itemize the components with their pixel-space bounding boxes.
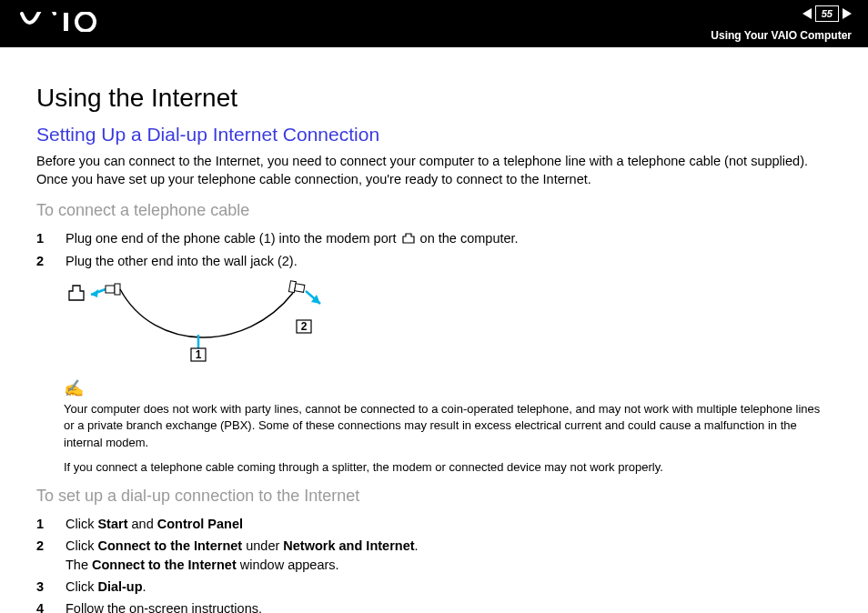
header-subtitle: Using Your VAIO Computer <box>711 29 852 42</box>
note-block: ✍ Your computer does not work with party… <box>36 378 832 476</box>
note-icon: ✍ <box>64 378 832 398</box>
step-item: Plug one end of the phone cable (1) into… <box>36 229 832 248</box>
page-navigation: 55 <box>802 5 852 22</box>
arrow-left-icon <box>802 8 812 19</box>
svg-text:2: 2 <box>301 320 308 333</box>
step-item: Plug the other end into the wall jack (2… <box>36 252 832 270</box>
modem-port-icon <box>402 230 415 248</box>
page-content: Using the Internet Setting Up a Dial-up … <box>0 47 868 613</box>
note-text-1: Your computer does not work with party l… <box>64 402 820 449</box>
header-bar: 55 Using Your VAIO Computer <box>0 0 868 47</box>
steps-connect-cable: Plug one end of the phone cable (1) into… <box>36 229 832 271</box>
cable-diagram: 1 2 <box>64 280 832 366</box>
intro-paragraph: Before you can connect to the Internet, … <box>36 153 832 188</box>
svg-point-1 <box>76 13 95 31</box>
step-item: Follow the on-screen instructions. <box>36 599 832 613</box>
svg-rect-9 <box>295 283 305 292</box>
vaio-logo <box>20 12 120 35</box>
arrow-right-icon <box>843 8 852 19</box>
section-heading: Setting Up a Dial-up Internet Connection <box>36 124 832 146</box>
step-item: Click Connect to the Internet under Netw… <box>36 537 832 574</box>
steps-setup-dialup: Click Start and Control Panel Click Conn… <box>36 515 832 613</box>
svg-text:1: 1 <box>196 348 202 361</box>
subheading-connect-cable: To connect a telephone cable <box>36 201 832 220</box>
step-item: Click Start and Control Panel <box>36 515 832 533</box>
svg-rect-4 <box>115 284 120 295</box>
svg-rect-3 <box>106 286 115 293</box>
prev-page-button[interactable] <box>802 8 812 19</box>
next-page-button[interactable] <box>843 8 852 19</box>
subheading-setup-dialup: To set up a dial-up connection to the In… <box>36 487 832 506</box>
note-text-2: If you connect a telephone cable coming … <box>64 459 832 476</box>
page-title: Using the Internet <box>36 84 832 113</box>
svg-rect-0 <box>64 13 68 31</box>
step-item: Click Dial-up. <box>36 578 832 596</box>
page-number: 55 <box>815 5 839 22</box>
